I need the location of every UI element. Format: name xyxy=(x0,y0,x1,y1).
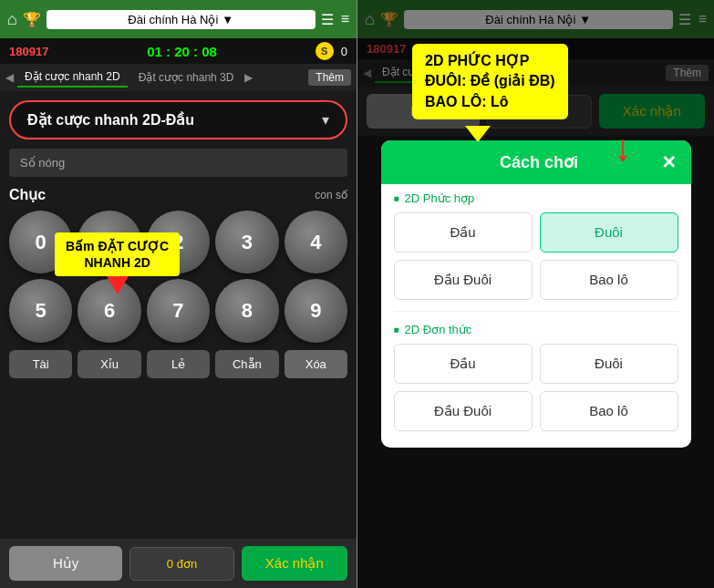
trophy-icon[interactable]: 🏆 xyxy=(23,11,41,28)
left-bottom-bar: Hủy 0 đơn Xác nhận xyxy=(0,539,357,588)
them-button[interactable]: Thêm xyxy=(308,69,351,86)
left-timer-bar: 180917 01 : 20 : 08 S 0 xyxy=(0,38,357,64)
modal2-dau-btn[interactable]: Đầu xyxy=(394,344,533,384)
don-counter: 0 đơn xyxy=(129,547,233,581)
tabs-left-arrow[interactable]: ◀ xyxy=(5,71,14,84)
tooltip-arrow xyxy=(465,126,491,142)
s-icon: S xyxy=(316,42,334,60)
left-main-content: Đặt cược nhanh 2D-Đầu ▾ Bấm ĐẶT CƯỢC NHA… xyxy=(0,91,357,539)
station-dropdown-label: Đài chính Hà Nội xyxy=(128,13,218,26)
chuc-label: Chục xyxy=(9,186,46,203)
tooltip-text: 2D PHỨC HỢP ĐUÔI: Đề (giải ĐB) BAO LÔ: L… xyxy=(425,51,555,112)
chan-button[interactable]: Chẵn xyxy=(215,350,278,378)
tooltip-popup: 2D PHỨC HỢP ĐUÔI: Đề (giải ĐB) BAO LÔ: L… xyxy=(412,44,568,119)
action-buttons: Tài Xỉu Lẻ Chẵn Xóa xyxy=(9,350,347,378)
bet-dropdown-arrow-icon: ▾ xyxy=(322,111,329,129)
bet-type-dropdown[interactable]: Đặt cược nhanh 2D-Đầu ▾ xyxy=(9,100,347,139)
le-button[interactable]: Lẻ xyxy=(147,350,210,378)
station-dropdown[interactable]: Đài chính Hà Nội ▼ xyxy=(47,10,316,29)
xac-nhan-button[interactable]: Xác nhận xyxy=(242,546,347,581)
left-header: ⌂ 🏆 Đài chính Hà Nội ▼ ☰ ≡ xyxy=(0,0,357,38)
xoa-button[interactable]: Xóa xyxy=(285,350,347,378)
huy-button[interactable]: Hủy xyxy=(9,546,122,581)
tab-3d[interactable]: Đặt cược nhanh 3D xyxy=(131,68,242,87)
bet-count: 0 xyxy=(341,45,347,58)
modal2-duoi-btn[interactable]: Đuôi xyxy=(540,344,678,384)
dropdown-chevron-icon: ▼ xyxy=(222,13,233,26)
con-so-label: con số xyxy=(315,189,347,201)
xiu-button[interactable]: Xỉu xyxy=(78,350,140,378)
so-nong-field[interactable]: Số nóng xyxy=(9,149,347,177)
modal-dau-btn[interactable]: Đầu xyxy=(394,212,533,253)
document-icon[interactable]: ☰ xyxy=(321,11,334,28)
countdown-timer: 01 : 20 : 08 xyxy=(56,44,307,59)
modal-header: Cách chơi ✕ xyxy=(381,140,691,184)
num-btn-9[interactable]: 9 xyxy=(285,279,347,342)
red-arrow-icon: ↓ xyxy=(614,128,632,169)
modal-section1-label: 2D Phức hợp xyxy=(381,184,691,209)
home-icon[interactable]: ⌂ xyxy=(7,10,17,29)
bet-type-label: Đặt cược nhanh 2D-Đầu xyxy=(27,111,194,129)
modal-dau-duoi-btn[interactable]: Đầu Đuôi xyxy=(394,260,533,300)
annotation-label: Bấm ĐẶT CƯỢC NHANH 2D xyxy=(55,232,180,276)
num-btn-4[interactable]: 4 xyxy=(285,211,347,273)
modal-duoi-btn[interactable]: Đuôi xyxy=(540,212,678,253)
modal-divider xyxy=(394,311,678,312)
right-phone-screen: ⌂ 🏆 Đài chính Hà Nội ▼ ☰ ≡ 180917 ◀ Đặt … xyxy=(357,0,714,588)
menu-icon[interactable]: ≡ xyxy=(341,11,349,28)
num-btn-8[interactable]: 8 xyxy=(215,279,278,342)
modal-bao-lo-btn[interactable]: Bao lô xyxy=(540,260,678,300)
cach-choi-modal: Cách chơi ✕ 2D Phức hợp Đầu Đuôi Đầu Đuô… xyxy=(381,140,691,448)
tai-button[interactable]: Tài xyxy=(9,350,72,378)
modal-section2-label: 2D Đơn thức xyxy=(381,315,691,340)
num-btn-3[interactable]: 3 xyxy=(215,211,278,273)
tabs-right-arrow[interactable]: ▶ xyxy=(244,71,253,84)
modal-section1-grid: Đầu Đuôi Đầu Đuôi Bao lô xyxy=(381,209,691,307)
annotation-overlay: Bấm ĐẶT CƯỢC NHANH 2D xyxy=(55,232,180,294)
left-phone-screen: ⌂ 🏆 Đài chính Hà Nội ▼ ☰ ≡ 180917 01 : 2… xyxy=(0,0,357,588)
modal2-bao-lo-btn[interactable]: Bao lô xyxy=(540,391,678,431)
left-tabs-bar: ◀ Đặt cược nhanh 2D Đặt cược nhanh 3D ▶ … xyxy=(0,64,357,91)
header-right-icons: ☰ ≡ xyxy=(321,11,349,28)
tab-2d[interactable]: Đặt cược nhanh 2D xyxy=(17,67,128,88)
session-id: 180917 xyxy=(9,45,48,58)
modal-section2-grid: Đầu Đuôi Đầu Đuôi Bao lô xyxy=(381,340,691,438)
modal-close-button[interactable]: ✕ xyxy=(661,151,677,173)
annotation-arrow-down xyxy=(107,276,129,294)
modal2-dau-duoi-btn[interactable]: Đầu Đuôi xyxy=(394,391,533,431)
